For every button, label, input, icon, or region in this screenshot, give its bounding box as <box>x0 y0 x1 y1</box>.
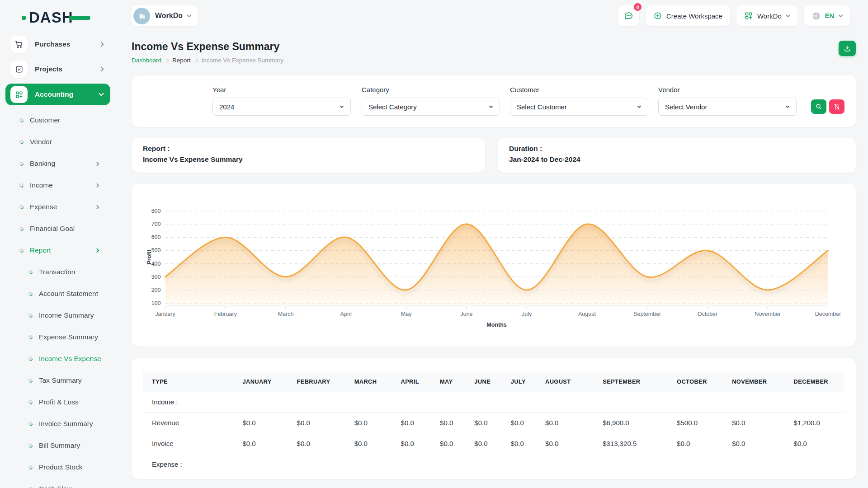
filter-vendor: Vendor Select Vendor <box>658 86 797 116</box>
create-workspace-label: Create Workspace <box>666 12 722 20</box>
sidebar-item-transaction[interactable]: Transaction <box>0 261 116 283</box>
chevron-down-icon <box>489 104 493 108</box>
table-group-row: Income : <box>143 392 844 413</box>
sidebar-item-income-vs-expense[interactable]: Income Vs Expense <box>0 348 116 370</box>
clear-filter-icon <box>833 103 840 110</box>
chevron-right-icon <box>99 66 104 71</box>
bullet-icon <box>19 248 24 253</box>
app-logo[interactable]: DASH <box>29 9 73 26</box>
table-cell: $0.0 <box>723 433 784 454</box>
breadcrumb: Dashboard Report Income Vs Expense Summa… <box>132 57 283 64</box>
language-selector[interactable]: EN <box>804 5 850 26</box>
chart-svg: 800700600500400300200100JanuaryFebruaryM… <box>142 194 845 329</box>
sidebar-item-label: Invoice Summary <box>39 420 93 428</box>
sidebar-item-label: Expense <box>30 203 57 211</box>
sidebar-item-purchases[interactable]: Purchases <box>5 34 110 55</box>
sidebar-item-account-statement[interactable]: Account Statement <box>0 283 116 305</box>
year-label: Year <box>212 86 351 94</box>
bullet-icon <box>28 443 33 449</box>
page-title: Income Vs Expense Summary <box>132 41 283 53</box>
sidebar-item-bill-summary[interactable]: Bill Summary <box>0 435 116 456</box>
sidebar-item-label: Financial Goal <box>30 225 75 233</box>
download-button[interactable] <box>839 41 856 56</box>
sidebar-item-financial-goal[interactable]: Financial Goal <box>0 218 116 239</box>
category-select[interactable]: Select Category <box>362 98 500 116</box>
sidebar-item-customer[interactable]: Customer <box>0 109 116 131</box>
grid-plus-icon <box>10 86 28 103</box>
workspace-switcher[interactable]: WorkDo <box>131 5 198 26</box>
bullet-icon <box>28 334 33 340</box>
breadcrumb-dashboard[interactable]: Dashboard <box>132 57 161 64</box>
table-header-cell: SEPTEMBER <box>594 371 668 392</box>
chevron-down-icon <box>637 104 641 108</box>
sidebar-item-income[interactable]: Income <box>0 174 116 196</box>
bullet-icon <box>28 378 33 384</box>
notification-badge: 0 <box>633 2 642 12</box>
sidebar: DASH Purchases Projects Accounting Custo… <box>0 0 116 488</box>
sidebar-item-invoice-summary[interactable]: Invoice Summary <box>0 413 116 435</box>
sidebar-item-vendor[interactable]: Vendor <box>0 131 116 153</box>
table-cell: $0.0 <box>502 433 536 454</box>
sidebar-item-label: Profit & Loss <box>39 398 79 406</box>
bullet-icon <box>19 204 24 210</box>
bullet-icon <box>28 486 33 488</box>
sidebar-item-label: Projects <box>35 65 99 73</box>
sidebar-item-tax-summary[interactable]: Tax Summary <box>0 370 116 391</box>
vendor-select[interactable]: Select Vendor <box>658 98 797 116</box>
table-cell: $0.0 <box>431 433 465 454</box>
workspace-menu-button[interactable]: WorkDo <box>736 5 797 26</box>
sidebar-item-banking[interactable]: Banking <box>0 153 116 174</box>
y-tick-label: 600 <box>151 234 161 240</box>
y-tick-label: 800 <box>151 208 161 214</box>
year-value: 2024 <box>219 103 234 111</box>
table-cell: $500.0 <box>668 413 723 433</box>
sidebar-item-product-stock[interactable]: Product Stock <box>0 456 116 478</box>
sidebar-item-label: Banking <box>30 160 55 168</box>
breadcrumb-current: Income Vs Expense Summary <box>202 57 284 64</box>
year-select[interactable]: 2024 <box>212 98 351 116</box>
y-tick-label: 200 <box>151 287 161 293</box>
table-header-cell: MAY <box>431 371 465 392</box>
bullet-icon <box>19 226 24 232</box>
sidebar-item-projects[interactable]: Projects <box>5 59 110 80</box>
table-cell: $0.0 <box>502 413 536 433</box>
bullet-icon <box>19 139 24 145</box>
messages-button[interactable]: 0 <box>618 5 639 26</box>
category-label: Category <box>362 86 500 94</box>
sidebar-item-expense[interactable]: Expense <box>0 196 116 218</box>
create-workspace-button[interactable]: Create Workspace <box>646 5 730 26</box>
y-tick-label: 400 <box>151 261 161 267</box>
bullet-icon <box>19 117 24 123</box>
sidebar-item-profit-loss[interactable]: Profit & Loss <box>0 391 116 413</box>
workspace-name: WorkDo <box>155 12 183 20</box>
chevron-right-icon <box>95 183 99 188</box>
table-cell: $0.0 <box>668 433 723 454</box>
table-cell: $0.0 <box>288 433 345 454</box>
table-header-cell: JULY <box>502 371 536 392</box>
x-tick-label: September <box>633 311 661 317</box>
sidebar-item-report[interactable]: Report <box>0 239 116 261</box>
sidebar-item-income-summary[interactable]: Income Summary <box>0 305 116 326</box>
sidebar-item-expense-summary[interactable]: Expense Summary <box>0 326 116 348</box>
reset-filter-button[interactable] <box>829 99 844 114</box>
x-tick-label: May <box>401 311 412 317</box>
sidebar-item-accounting[interactable]: Accounting <box>5 84 110 105</box>
chevron-down-icon <box>187 13 192 17</box>
breadcrumb-report[interactable]: Report <box>172 57 191 64</box>
apply-filter-button[interactable] <box>811 99 826 114</box>
sidebar-item-label: Report <box>30 246 51 254</box>
cart-icon <box>10 36 28 53</box>
bullet-icon <box>28 421 33 427</box>
workspace-menu-label: WorkDo <box>757 12 782 20</box>
filter-year: Year 2024 <box>212 86 351 116</box>
sidebar-item-label: Income Summary <box>39 311 94 319</box>
customer-select[interactable]: Select Customer <box>510 98 648 116</box>
globe-icon <box>811 11 821 21</box>
vendor-value: Select Vendor <box>665 103 707 111</box>
report-summary-card: Report : Income Vs Expense Summary <box>132 138 485 173</box>
language-label: EN <box>825 12 834 19</box>
sidebar-item-label: Accounting <box>35 90 99 99</box>
sidebar-item-cash-flow[interactable]: Cash Flow <box>0 478 116 488</box>
sidebar-item-label: Income Vs Expense <box>39 355 101 363</box>
table-group-label: Income : <box>143 392 844 413</box>
